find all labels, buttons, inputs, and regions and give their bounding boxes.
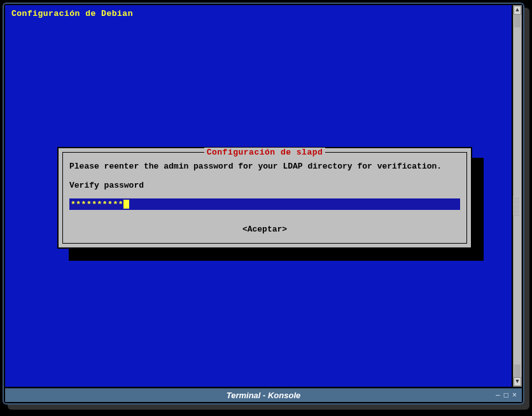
accept-button[interactable]: <Aceptar> [63, 225, 466, 234]
minimize-icon[interactable]: – [496, 391, 500, 399]
window-title: Terminal - Konsole [227, 391, 301, 400]
slapd-config-dialog: Configuración de slapd Please reenter th… [57, 147, 472, 249]
maximize-icon[interactable]: □ [504, 391, 508, 399]
text-cursor [123, 200, 129, 209]
password-input[interactable]: ********** [69, 198, 460, 210]
close-icon[interactable]: × [512, 391, 517, 399]
password-masked-value: ********** [71, 200, 123, 209]
screen-title: Configuración de Debian [11, 9, 133, 18]
instruction-text: Please reenter the admin password for yo… [69, 162, 442, 171]
dialog-title-wrap: Configuración de slapd [63, 148, 466, 157]
dialog-title: Configuración de slapd [204, 148, 326, 157]
password-label: Verify password [69, 181, 144, 190]
scroll-thumb[interactable] [514, 15, 521, 27]
window-title-bar: Terminal - Konsole – □ × [5, 388, 522, 402]
vertical-scrollbar[interactable]: ▲ ▼ [513, 5, 522, 387]
scroll-thumb-bottom[interactable] [514, 364, 521, 377]
terminal-viewport: Configuración de Debian Configuración de… [5, 5, 512, 387]
scroll-grip-icon [513, 197, 519, 216]
dialog-border: Configuración de slapd Please reenter th… [62, 152, 467, 244]
window-frame: Configuración de Debian Configuración de… [3, 3, 524, 405]
scroll-down-icon[interactable]: ▼ [514, 377, 521, 386]
dialog-title-text: Configuración de slapd [207, 148, 323, 157]
scroll-up-icon[interactable]: ▲ [514, 6, 521, 15]
window-controls: – □ × [496, 391, 517, 399]
